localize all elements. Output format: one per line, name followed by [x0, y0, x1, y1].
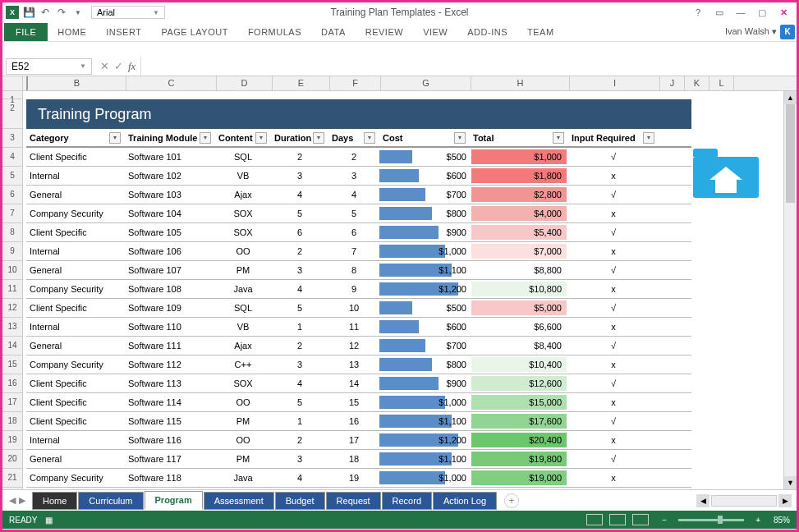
save-icon[interactable]: 💾	[22, 6, 35, 19]
filter-dropdown-icon[interactable]: ▼	[313, 132, 324, 144]
col-header-B[interactable]: B	[28, 76, 126, 90]
cell-total[interactable]: $17,600	[470, 412, 568, 430]
cell-cost[interactable]: $800	[379, 355, 470, 374]
cell-mod[interactable]: Software 107	[125, 261, 215, 279]
cell-cost[interactable]: $800	[379, 204, 470, 222]
row-header-16[interactable]: 16	[2, 374, 22, 393]
column-header[interactable]: Duration▼	[271, 129, 328, 146]
home-folder-icon[interactable]	[693, 140, 759, 198]
scroll-up-icon[interactable]: ▲	[784, 91, 797, 104]
maximize-button[interactable]: ▢	[752, 5, 772, 20]
cell-dur[interactable]: 4	[271, 280, 328, 298]
cell-days[interactable]: 11	[328, 318, 379, 336]
column-header[interactable]: Total▼	[470, 129, 568, 146]
cell-con[interactable]: PM	[215, 261, 271, 279]
cell-input-required[interactable]: √	[568, 450, 659, 468]
col-header-H[interactable]: H	[471, 76, 570, 90]
cell-cat[interactable]: Company Security	[26, 355, 125, 374]
cell-total[interactable]: $2,800	[470, 186, 568, 204]
col-header-L[interactable]: L	[709, 76, 734, 90]
col-header-D[interactable]: D	[217, 76, 273, 90]
table-row[interactable]: Company SecuritySoftware 104SOX55$800$4,…	[26, 204, 691, 223]
close-button[interactable]: ✕	[774, 5, 793, 20]
cell-dur[interactable]: 5	[271, 204, 328, 222]
formula-input[interactable]	[140, 57, 797, 76]
cell-cat[interactable]: Company Security	[26, 204, 125, 222]
col-header-E[interactable]: E	[273, 76, 330, 90]
table-row[interactable]: GeneralSoftware 103Ajax44$700$2,800√	[26, 186, 691, 204]
cell-input-required[interactable]: √	[568, 148, 659, 166]
cell-total[interactable]: $4,000	[470, 204, 568, 222]
row-header-2[interactable]: 2	[2, 99, 22, 129]
cell-mod[interactable]: Software 102	[125, 167, 215, 185]
ribbon-tab-review[interactable]: REVIEW	[356, 24, 413, 40]
ribbon-tab-data[interactable]: DATA	[311, 24, 356, 40]
cell-total[interactable]: $15,000	[470, 393, 568, 411]
table-row[interactable]: Client SpecificSoftware 113SOX414$900$12…	[26, 374, 691, 393]
ribbon-display-icon[interactable]: ▭	[709, 5, 729, 20]
column-header[interactable]: Input Required▼	[568, 129, 659, 146]
cell-input-required[interactable]: √	[568, 337, 659, 355]
cell-input-required[interactable]: x	[568, 204, 659, 222]
cell-con[interactable]: Ajax	[215, 337, 271, 355]
cell-total[interactable]: $19,800	[470, 450, 568, 468]
sheet-tab-curriculum[interactable]: Curriculum	[78, 492, 143, 510]
table-row[interactable]: Client SpecificSoftware 115PM116$1,100$1…	[26, 412, 691, 431]
col-header-J[interactable]: J	[660, 76, 685, 90]
qat-dropdown-icon[interactable]: ▼	[71, 6, 85, 19]
cell-days[interactable]: 9	[328, 280, 379, 298]
ribbon-tab-add-ins[interactable]: ADD-INS	[457, 24, 517, 40]
column-header[interactable]: Category▼	[26, 129, 125, 146]
cell-cat[interactable]: Internal	[26, 318, 125, 336]
col-header-F[interactable]: F	[330, 76, 381, 90]
cell-con[interactable]: Java	[215, 280, 271, 298]
cell-input-required[interactable]: √	[568, 261, 659, 279]
cell-total[interactable]: $6,600	[470, 318, 568, 336]
table-row[interactable]: Company SecuritySoftware 118Java419$1,00…	[26, 469, 691, 488]
table-row[interactable]: Client SpecificSoftware 101SQL22$500$1,0…	[26, 148, 691, 167]
cell-con[interactable]: VB	[215, 318, 271, 336]
cell-cost[interactable]: $1,100	[379, 450, 470, 468]
cell-dur[interactable]: 2	[271, 242, 328, 260]
cell-dur[interactable]: 3	[271, 261, 328, 279]
cell-days[interactable]: 6	[328, 223, 379, 241]
cell-dur[interactable]: 4	[271, 469, 328, 487]
cell-cat[interactable]: Company Security	[26, 469, 125, 487]
cell-con[interactable]: Ajax	[215, 186, 271, 204]
page-layout-view-icon[interactable]	[609, 514, 626, 525]
redo-icon[interactable]: ↷	[55, 6, 68, 19]
cell-days[interactable]: 16	[328, 412, 379, 430]
cancel-icon[interactable]: ✕	[100, 60, 109, 72]
add-sheet-button[interactable]: +	[504, 493, 519, 508]
row-header-10[interactable]: 10	[2, 261, 22, 280]
cell-total[interactable]: $10,400	[470, 355, 568, 374]
column-header[interactable]: Cost▼	[379, 129, 470, 146]
cell-mod[interactable]: Software 111	[125, 337, 215, 355]
undo-icon[interactable]: ↶	[39, 6, 52, 19]
hscroll-track[interactable]	[711, 495, 777, 507]
user-avatar[interactable]: K	[780, 25, 795, 39]
cell-days[interactable]: 8	[328, 261, 379, 279]
font-selector[interactable]: Arial ▼	[91, 6, 165, 19]
cell-cost[interactable]: $500	[379, 299, 470, 317]
cell-cost[interactable]: $1,000	[379, 469, 470, 487]
sheet-tab-budget[interactable]: Budget	[275, 492, 325, 510]
cell-mod[interactable]: Software 110	[125, 318, 215, 336]
cell-total[interactable]: $1,800	[470, 167, 568, 185]
cell-days[interactable]: 5	[328, 204, 379, 222]
cell-cost[interactable]: $1,000	[379, 242, 470, 260]
cell-total[interactable]: $1,000	[470, 148, 568, 166]
cell-input-required[interactable]: x	[568, 393, 659, 411]
cell-days[interactable]: 13	[328, 355, 379, 374]
cell-days[interactable]: 10	[328, 299, 379, 317]
ribbon-tab-formulas[interactable]: FORMULAS	[238, 24, 311, 40]
cell-con[interactable]: Java	[215, 469, 271, 487]
cell-days[interactable]: 15	[328, 393, 379, 411]
cell-cat[interactable]: Client Specific	[26, 299, 125, 317]
ribbon-tab-team[interactable]: TEAM	[517, 24, 564, 40]
cell-con[interactable]: SOX	[215, 223, 271, 241]
cell-cat[interactable]: Client Specific	[26, 374, 125, 392]
cell-cost[interactable]: $1,100	[379, 412, 470, 430]
filter-dropdown-icon[interactable]: ▼	[643, 132, 654, 144]
cell-input-required[interactable]: √	[568, 186, 659, 204]
